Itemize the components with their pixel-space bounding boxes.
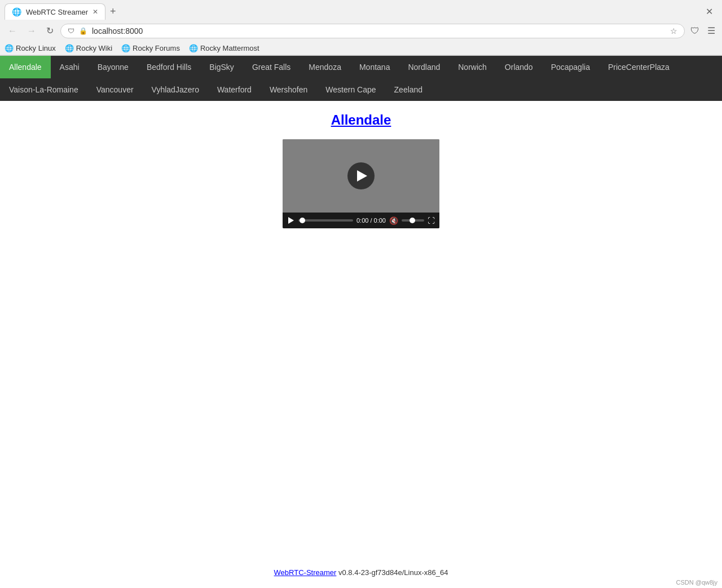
bookmarks-bar: 🌐 Rocky Linux 🌐 Rocky Wiki 🌐 Rocky Forum… bbox=[0, 42, 722, 55]
browser-chrome: 🌐 WebRTC Streamer ✕ + ✕ ← → ↻ 🛡 🔒 localh… bbox=[0, 0, 722, 56]
main-content: Allendale 0:00 / 0:00 🔇 ⛶ bbox=[0, 101, 722, 242]
nav-item-great-falls[interactable]: Great Falls bbox=[243, 56, 300, 78]
video-play-button[interactable] bbox=[287, 216, 295, 225]
lock-icon: 🔒 bbox=[79, 27, 87, 35]
fullscreen-button[interactable]: ⛶ bbox=[428, 216, 435, 225]
nav-item-vaison-la-romaine[interactable]: Vaison-La-Romaine bbox=[0, 78, 87, 101]
title-bar: 🌐 WebRTC Streamer ✕ + ✕ bbox=[0, 0, 722, 20]
video-controls: 0:00 / 0:00 🔇 ⛶ bbox=[283, 213, 439, 228]
bookmark-label: Rocky Linux bbox=[16, 44, 56, 52]
bookmark-rocky-wiki[interactable]: 🌐 Rocky Wiki bbox=[65, 44, 112, 52]
new-tab-button[interactable]: + bbox=[105, 3, 121, 20]
menu-button[interactable]: ☰ bbox=[705, 23, 717, 38]
time-display: 0:00 / 0:00 bbox=[356, 217, 386, 224]
address-bar-row: ← → ↻ 🛡 🔒 localhost:8000 ☆ 🛡 ☰ bbox=[0, 20, 722, 42]
page-title: Allendale bbox=[11, 112, 711, 128]
nav-item-pocapaglia[interactable]: Pocapaglia bbox=[542, 56, 599, 78]
play-icon bbox=[288, 217, 294, 224]
nav-item-norwich[interactable]: Norwich bbox=[449, 56, 496, 78]
video-area bbox=[283, 139, 439, 213]
tab-close-button[interactable]: ✕ bbox=[93, 8, 98, 16]
nav-item-pricecenterplaza[interactable]: PriceCenterPlaza bbox=[599, 56, 679, 78]
nav-item-waterford[interactable]: Waterford bbox=[208, 78, 261, 101]
nav-item-allendale[interactable]: Allendale bbox=[0, 56, 51, 78]
nav-item-vyhladjazero[interactable]: VyhladJazero bbox=[143, 78, 208, 101]
nav-item-zeeland[interactable]: Zeeland bbox=[385, 78, 432, 101]
nav-item-montana[interactable]: Montana bbox=[350, 56, 399, 78]
security-icon: 🛡 bbox=[68, 27, 74, 35]
bookmark-globe-icon: 🌐 bbox=[121, 44, 130, 52]
nav-item-western-cape[interactable]: Western Cape bbox=[316, 78, 385, 101]
progress-indicator bbox=[300, 218, 305, 223]
url-display: localhost:8000 bbox=[92, 26, 666, 36]
bookmark-rocky-linux[interactable]: 🌐 Rocky Linux bbox=[5, 44, 56, 52]
tab-favicon: 🌐 bbox=[12, 7, 21, 16]
nav-item-mendoza[interactable]: Mendoza bbox=[300, 56, 350, 78]
tab-title: WebRTC Streamer bbox=[26, 8, 88, 16]
window-close-button[interactable]: ✕ bbox=[701, 5, 717, 18]
bookmark-label: Rocky Wiki bbox=[76, 44, 112, 52]
bookmark-globe-icon: 🌐 bbox=[5, 44, 14, 52]
video-play-button-big[interactable] bbox=[347, 162, 375, 189]
window-controls: ✕ bbox=[701, 5, 717, 18]
address-bar[interactable]: 🛡 🔒 localhost:8000 ☆ bbox=[60, 24, 685, 38]
browser-actions: 🛡 ☰ bbox=[688, 23, 717, 38]
browser-tab[interactable]: 🌐 WebRTC Streamer ✕ bbox=[5, 3, 105, 20]
bookmark-globe-icon: 🌐 bbox=[65, 44, 74, 52]
bookmark-globe-icon: 🌐 bbox=[189, 44, 198, 52]
play-triangle-icon bbox=[357, 170, 367, 182]
bookmark-rocky-forums[interactable]: 🌐 Rocky Forums bbox=[121, 44, 180, 52]
app-nav: AllendaleAsahiBayonneBedford HillsBigSky… bbox=[0, 56, 722, 101]
progress-bar[interactable] bbox=[298, 219, 353, 222]
reload-button[interactable]: ↻ bbox=[43, 23, 57, 38]
bookmark-star-icon[interactable]: ☆ bbox=[670, 26, 677, 36]
bookmark-label: Rocky Mattermost bbox=[200, 44, 259, 52]
nav-item-wershofen[interactable]: Wershofen bbox=[261, 78, 316, 101]
nav-item-vancouver[interactable]: Vancouver bbox=[87, 78, 143, 101]
nav-item-nordland[interactable]: Nordland bbox=[399, 56, 449, 78]
shield-action-button[interactable]: 🛡 bbox=[688, 24, 702, 38]
bookmark-label: Rocky Forums bbox=[133, 44, 180, 52]
bookmark-rocky-mattermost[interactable]: 🌐 Rocky Mattermost bbox=[189, 44, 259, 52]
nav-item-bigsky[interactable]: BigSky bbox=[200, 56, 243, 78]
back-button[interactable]: ← bbox=[5, 24, 20, 38]
volume-indicator bbox=[410, 218, 415, 223]
nav-item-asahi[interactable]: Asahi bbox=[51, 56, 89, 78]
forward-button[interactable]: → bbox=[24, 24, 39, 38]
video-player: 0:00 / 0:00 🔇 ⛶ bbox=[283, 139, 439, 228]
volume-bar[interactable] bbox=[402, 219, 424, 222]
nav-item-orlando[interactable]: Orlando bbox=[496, 56, 542, 78]
mute-button[interactable]: 🔇 bbox=[389, 216, 398, 225]
nav-item-bedford-hills[interactable]: Bedford Hills bbox=[138, 56, 200, 78]
nav-item-bayonne[interactable]: Bayonne bbox=[89, 56, 138, 78]
